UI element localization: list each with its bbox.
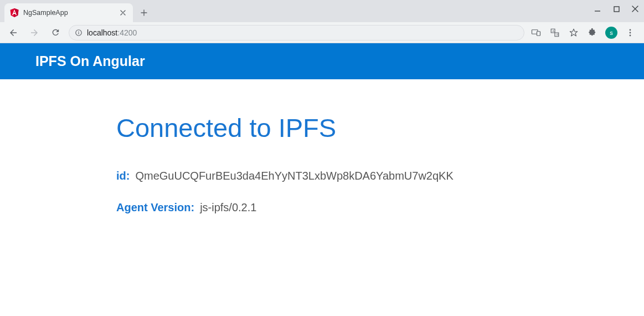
new-tab-button[interactable]: [136, 5, 152, 21]
page-heading: Connected to IPFS: [116, 113, 528, 143]
url-text: localhost:4200: [87, 28, 518, 37]
close-window-button[interactable]: [630, 3, 641, 14]
browser-tab[interactable]: NgSampleApp: [4, 3, 133, 22]
angular-icon: [10, 8, 19, 17]
site-info-icon[interactable]: [75, 29, 83, 37]
profile-avatar[interactable]: s: [605, 27, 617, 39]
main-content: Connected to IPFS id: QmeGuUCQFurBEu3da4…: [0, 79, 644, 214]
close-tab-icon[interactable]: [119, 8, 127, 17]
svg-rect-3: [614, 7, 619, 12]
agent-version-field: Agent Version: js-ipfs/0.2.1: [116, 201, 528, 214]
svg-point-13: [630, 34, 631, 36]
id-label: id:: [116, 170, 130, 182]
toolbar-right: A文 s: [530, 27, 638, 39]
app-title: IPFS On Angular: [35, 53, 145, 69]
translate-icon[interactable]: A文: [549, 27, 561, 39]
svg-rect-5: [78, 32, 79, 34]
extensions-icon[interactable]: [586, 27, 599, 39]
menu-icon[interactable]: [624, 27, 636, 39]
id-value: QmeGuUCQFurBEu3da4EhYyNT3LxbWp8kDA6YabmU…: [135, 170, 453, 182]
tab-title: NgSampleApp: [23, 9, 114, 17]
window-controls: [592, 3, 641, 14]
svg-text:文: 文: [556, 33, 559, 36]
bookmark-star-icon[interactable]: [568, 27, 580, 39]
avatar-initial: s: [610, 29, 613, 36]
back-button[interactable]: [6, 25, 21, 40]
svg-point-11: [630, 29, 631, 30]
agent-version-label: Agent Version:: [116, 201, 194, 214]
browser-tab-strip: NgSampleApp: [0, 0, 644, 22]
forward-button[interactable]: [27, 25, 42, 40]
address-bar[interactable]: localhost:4200: [69, 25, 524, 40]
agent-version-value: js-ipfs/0.2.1: [200, 201, 256, 214]
devices-icon[interactable]: [530, 27, 542, 39]
svg-text:A: A: [553, 29, 555, 32]
maximize-button[interactable]: [611, 3, 622, 14]
svg-point-12: [630, 32, 631, 33]
browser-toolbar: localhost:4200 A文 s: [0, 22, 644, 43]
id-field: id: QmeGuUCQFurBEu3da4EhYyNT3LxbWp8kDA6Y…: [116, 170, 528, 182]
svg-rect-8: [537, 31, 540, 35]
minimize-button[interactable]: [592, 3, 603, 14]
url-port: :4200: [117, 28, 137, 37]
url-host: localhost: [87, 28, 117, 37]
svg-rect-6: [78, 31, 79, 32]
app-header: IPFS On Angular: [0, 43, 644, 79]
reload-button[interactable]: [48, 25, 63, 40]
